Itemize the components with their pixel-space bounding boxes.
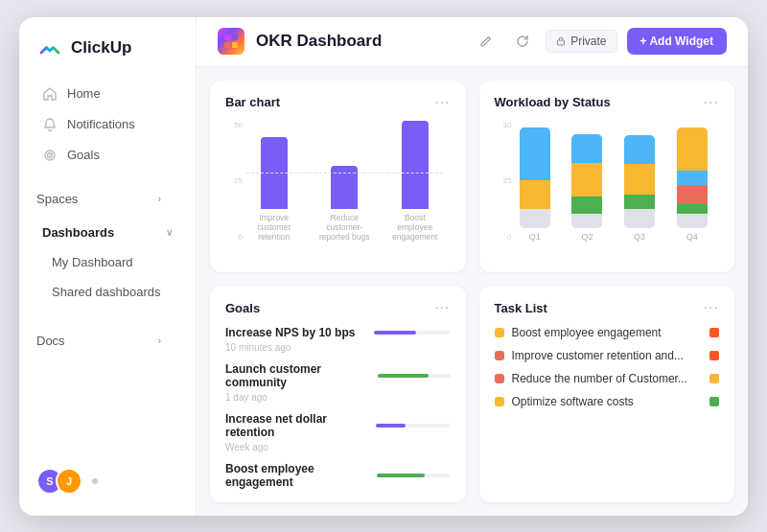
private-label: Private [570, 35, 606, 48]
bar-label-2: Reduce customer-reported bugs [317, 213, 373, 243]
goal-item-4: Boost employee engagement [225, 462, 451, 489]
goal-time-1: 10 minutes ago [225, 342, 451, 353]
q4-label: Q4 [686, 232, 698, 242]
task-dot-3 [495, 374, 504, 383]
bar-group-2: Reduce customer-reported bugs [317, 166, 373, 243]
q2-label: Q2 [581, 232, 593, 242]
goal-time-2: 1 day ago [225, 392, 451, 403]
goal-bar-track-1 [374, 331, 451, 335]
task-name-2: Improve customer retention and... [512, 349, 703, 362]
target-icon [42, 148, 58, 163]
goal-bar-fill-4 [377, 474, 424, 477]
bar-3 [402, 121, 429, 209]
task-item-4: Optimize software costs [495, 395, 720, 408]
goals-widget: Goals ··· Increase NPS by 10 bps 10 minu… [210, 286, 466, 502]
goals-title: Goals [225, 301, 260, 315]
avatar-j: J [56, 468, 82, 495]
sidebar-item-notifications-label: Notifications [67, 117, 173, 131]
sidebar-item-docs[interactable]: Docs › [36, 326, 178, 356]
task-list: Boost employee engagement Improve custom… [495, 326, 720, 408]
task-item-2: Improve customer retention and... [495, 349, 720, 362]
q2-seg-yellow [571, 163, 602, 197]
task-flag-4 [709, 397, 719, 406]
bar-chart-menu[interactable]: ··· [434, 94, 450, 111]
svg-rect-5 [232, 35, 238, 40]
avatar-group: S J [36, 468, 82, 495]
goal-bar-track-2 [378, 374, 451, 378]
q4-seg-yellow [677, 127, 708, 171]
bell-icon [42, 117, 58, 132]
spaces-section: Spaces › [19, 171, 196, 218]
q4-bar-group: Q4 [672, 127, 711, 242]
q1-seg-yellow [520, 180, 550, 209]
dashboard-icon [218, 28, 244, 55]
spaces-label: Spaces [36, 192, 149, 206]
private-button[interactable]: Private [546, 30, 616, 53]
goal-name-3: Increase net dollar retention [225, 412, 376, 439]
sidebar-item-goals[interactable]: Goals [25, 140, 190, 171]
q4-seg-red [677, 185, 708, 204]
main-content: OKR Dashboard Privat [197, 17, 748, 516]
sidebar-item-my-dashboard[interactable]: My Dashboard [25, 247, 190, 277]
goal-bar-track-3 [376, 424, 451, 428]
y-label-0: 0 [239, 233, 243, 242]
chart-dashed-line [246, 173, 443, 173]
goals-list: Increase NPS by 10 bps 10 minutes ago La… [225, 326, 451, 489]
svg-rect-6 [224, 42, 230, 48]
task-list-title: Task List [495, 301, 547, 315]
clickup-logo-icon [36, 35, 63, 61]
topbar: OKR Dashboard Privat [197, 17, 748, 67]
sidebar-item-home[interactable]: Home [25, 79, 190, 109]
task-dot-4 [495, 397, 504, 406]
goal-time-3: Week ago [225, 442, 451, 452]
goal-name-1: Increase NPS by 10 bps [225, 326, 355, 339]
svg-rect-0 [36, 35, 63, 61]
goal-item-1: Increase NPS by 10 bps 10 minutes ago [225, 326, 451, 353]
q1-stacked-bar [520, 127, 550, 228]
workload-y-0: 0 [507, 233, 511, 242]
logo-text: ClickUp [71, 38, 131, 58]
workload-header: Workload by Status ··· [495, 94, 720, 111]
q3-seg-gray [624, 209, 655, 228]
docs-section: Docs › [19, 312, 196, 359]
q2-bar-group: Q2 [568, 134, 607, 242]
task-name-3: Reduce the number of Customer... [512, 372, 703, 385]
q2-seg-blue [571, 134, 602, 163]
docs-arrow: › [158, 335, 161, 346]
refresh-button[interactable] [509, 28, 536, 55]
spaces-arrow: › [158, 194, 161, 204]
goals-menu[interactable]: ··· [434, 299, 450, 316]
q3-seg-green [624, 195, 655, 209]
q1-seg-gray [520, 209, 550, 228]
bar-2 [331, 166, 358, 209]
goal-bar-fill-2 [378, 374, 429, 378]
q1-bar-group: Q1 [516, 127, 555, 242]
sidebar: ClickUp Home Notifications [19, 17, 197, 516]
home-icon [42, 86, 58, 102]
dashboards-label: Dashboards [42, 225, 156, 240]
topbar-actions: Private + Add Widget [473, 28, 727, 55]
add-widget-button[interactable]: + Add Widget [627, 28, 727, 55]
bar-group-1: Improve customerretention [246, 137, 302, 243]
task-list-header: Task List ··· [495, 299, 720, 316]
q1-label: Q1 [529, 232, 541, 242]
bar-group-3: Boost employeeengagement [387, 121, 443, 243]
edit-button[interactable] [473, 28, 500, 55]
sidebar-item-spaces[interactable]: Spaces › [36, 184, 178, 214]
sidebar-item-shared-dashboards[interactable]: Shared dashboards [25, 277, 190, 307]
q4-stacked-bar [677, 127, 708, 228]
bar-chart-widget: Bar chart ··· 50 25 0 [210, 81, 466, 273]
dashboards-arrow: ∨ [166, 227, 173, 238]
goal-name-4: Boost employee engagement [225, 462, 377, 489]
page-title: OKR Dashboard [256, 32, 461, 51]
docs-label: Docs [36, 334, 149, 348]
task-item-3: Reduce the number of Customer... [495, 372, 720, 385]
goal-bar-fill-3 [376, 424, 406, 428]
status-dot [92, 478, 98, 484]
sidebar-item-dashboards[interactable]: Dashboards ∨ [25, 218, 190, 247]
sidebar-item-goals-label: Goals [67, 148, 173, 162]
task-list-menu[interactable]: ··· [704, 299, 719, 316]
sidebar-footer: S J [19, 458, 196, 504]
workload-menu[interactable]: ··· [704, 94, 719, 111]
sidebar-item-notifications[interactable]: Notifications [25, 109, 190, 140]
